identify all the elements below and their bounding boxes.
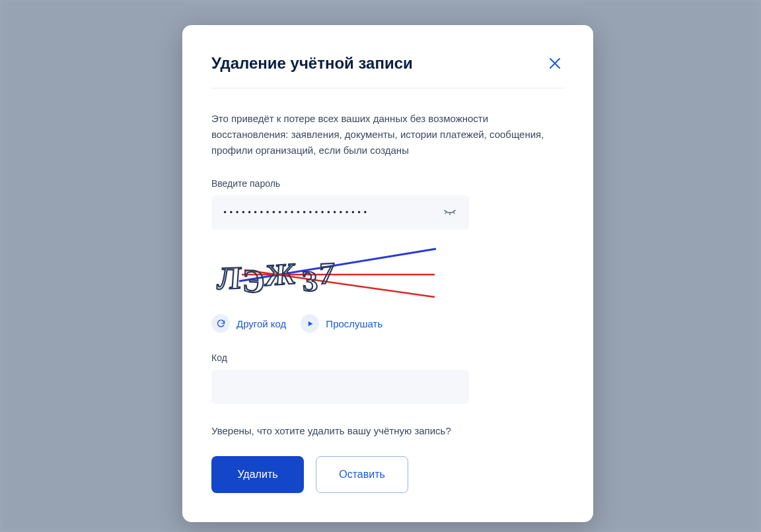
captcha-image: Л Э Ж З 7 [211, 246, 440, 302]
listen-captcha-label: Прослушать [326, 318, 382, 329]
code-field-wrap [211, 370, 469, 404]
close-icon [548, 57, 562, 70]
captcha-actions: Другой код Прослушать [211, 314, 564, 333]
modal-title: Удаление учётной записи [211, 54, 413, 73]
password-label: Введите пароль [211, 178, 564, 189]
action-buttons: Удалить Оставить [211, 456, 564, 493]
password-input[interactable] [211, 195, 469, 230]
confirm-question: Уверены, что хотите удалить вашу учётную… [211, 425, 564, 436]
svg-text:Л: Л [216, 260, 242, 296]
svg-line-0 [445, 212, 446, 213]
toggle-password-visibility-button[interactable] [440, 202, 460, 224]
keep-button[interactable]: Оставить [316, 456, 408, 493]
delete-button[interactable]: Удалить [211, 456, 304, 493]
refresh-captcha-button[interactable]: Другой код [211, 314, 286, 333]
modal-header: Удаление учётной записи [211, 54, 564, 88]
eye-closed-icon [443, 205, 457, 219]
listen-captcha-button[interactable]: Прослушать [301, 314, 382, 333]
close-button[interactable] [546, 54, 564, 75]
delete-account-modal: Удаление учётной записи Это приведёт к п… [182, 25, 593, 522]
modal-description: Это приведёт к потере всех ваших данных … [211, 111, 564, 158]
refresh-icon [211, 314, 230, 333]
code-input[interactable] [211, 370, 469, 404]
svg-text:З: З [301, 265, 319, 298]
password-field-wrap [211, 195, 469, 230]
svg-text:Э: Э [242, 262, 265, 300]
svg-text:7: 7 [318, 256, 335, 290]
refresh-captcha-label: Другой код [236, 318, 286, 329]
play-icon [301, 314, 319, 333]
svg-line-2 [454, 212, 454, 213]
code-label: Код [211, 352, 564, 363]
svg-text:Ж: Ж [264, 257, 297, 292]
